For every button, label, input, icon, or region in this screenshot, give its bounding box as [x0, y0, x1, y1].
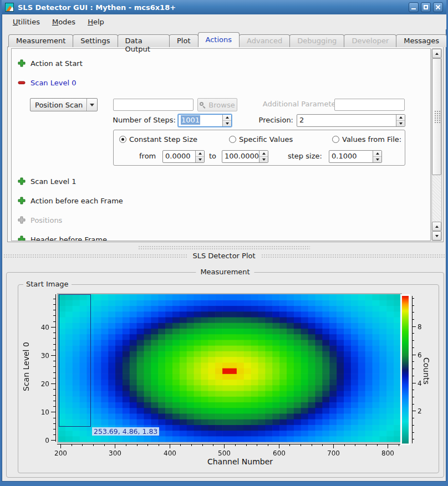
- constant-step-label: Constant Step Size: [129, 135, 197, 144]
- actions-tab-panel: Action at Start Scan Level 0 Position Sc…: [7, 47, 444, 242]
- scan-level-1-row[interactable]: Scan Level 1: [18, 177, 76, 186]
- scroll-down-button[interactable]: [432, 231, 441, 241]
- number-of-steps-label: Number of Steps:: [95, 116, 176, 124]
- spin-down-icon[interactable]: [396, 121, 405, 126]
- spin-down-icon[interactable]: [223, 121, 231, 126]
- values-from-file-radio[interactable]: [332, 136, 339, 143]
- to-spinbox[interactable]: 100.0000: [222, 150, 268, 163]
- action-at-start-row[interactable]: Action at Start: [18, 59, 83, 68]
- chevron-down-icon: [90, 104, 94, 106]
- tab-debugging: Debugging: [289, 34, 344, 47]
- spin-up-icon[interactable]: [223, 115, 231, 121]
- from-label: from: [139, 152, 156, 160]
- scroll-up-button[interactable]: [432, 49, 441, 58]
- scan-mode-value: Position Scan: [35, 101, 83, 109]
- plot-dock-title: SLS Detector Plot: [192, 252, 255, 260]
- browse-button[interactable]: Browse: [197, 98, 237, 111]
- spin-up-icon[interactable]: [373, 151, 381, 157]
- action-before-frame-row[interactable]: Action before each Frame: [18, 196, 123, 205]
- scan-script-input[interactable]: [113, 99, 194, 111]
- tab-messages[interactable]: Messages: [396, 34, 447, 47]
- tab-advanced: Advanced: [239, 34, 290, 47]
- collapse-minus-icon[interactable]: [18, 79, 26, 86]
- menu-utilities[interactable]: Utilities: [8, 16, 45, 28]
- specific-values-radio[interactable]: [229, 136, 236, 143]
- action-row-label: Action before each Frame: [30, 197, 123, 205]
- tabbar: MeasurementSettingsData OutputPlotAction…: [8, 32, 446, 47]
- number-of-steps-spinbox[interactable]: 1001: [178, 114, 232, 127]
- menu-modes[interactable]: Modes: [47, 16, 80, 28]
- expand-plus-icon[interactable]: [18, 177, 26, 185]
- action-row-label: Positions: [30, 216, 62, 224]
- positions-row[interactable]: Positions: [18, 216, 62, 224]
- colorbar-title: Counts: [421, 340, 431, 401]
- expand-plus-icon[interactable]: [18, 197, 26, 204]
- expand-plus-icon[interactable]: [18, 59, 26, 67]
- y-axis-title: Scan Level 0: [22, 295, 32, 439]
- start-image-group-title: Start Image: [23, 280, 72, 288]
- scrollbar-handle[interactable]: [432, 58, 441, 175]
- app-icon: [5, 3, 14, 12]
- x-axis-title: Channel Number: [146, 457, 334, 466]
- expand-plus-icon-disabled: [18, 216, 26, 224]
- values-from-file-label: Values from File:: [342, 135, 401, 144]
- vertical-scrollbar[interactable]: [431, 48, 442, 241]
- spin-up-icon[interactable]: [196, 151, 204, 157]
- header-before-frame-row[interactable]: Header before Frame: [18, 235, 107, 241]
- precision-spinbox[interactable]: 2: [297, 114, 405, 127]
- specific-values-label: Specific Values: [239, 135, 293, 144]
- tab-actions[interactable]: Actions: [198, 32, 240, 47]
- precision-label: Precision:: [252, 116, 293, 124]
- maximize-button[interactable]: [421, 2, 431, 12]
- tab-settings[interactable]: Settings: [73, 34, 118, 47]
- measurement-group-title: Measurement: [196, 268, 254, 276]
- expand-plus-icon[interactable]: [18, 236, 26, 241]
- window-title: SLS Detector GUI : Mythen - mcs6x18+: [18, 3, 405, 12]
- start-image-group: Start Image Scan Level 0 Channel Number …: [18, 284, 439, 473]
- tab-developer: Developer: [344, 34, 396, 47]
- spin-down-icon[interactable]: [259, 157, 268, 162]
- actions-scroll-area: Action at Start Scan Level 0 Position Sc…: [11, 48, 431, 241]
- scan-level-0-row[interactable]: Scan Level 0: [18, 78, 76, 87]
- measurement-group: Measurement Start Image Scan Level 0 Cha…: [6, 272, 444, 478]
- app-window: SLS Detector GUI : Mythen - mcs6x18+ Uti…: [0, 0, 448, 486]
- action-row-label: Scan Level 1: [30, 177, 76, 186]
- action-row-label: Action at Start: [30, 59, 83, 68]
- grip-dots-icon: [434, 110, 440, 124]
- zoom-selection-rect: [59, 294, 91, 427]
- titlebar[interactable]: SLS Detector GUI : Mythen - mcs6x18+: [2, 0, 446, 14]
- menubar: UtilitiesModesHelp: [3, 14, 448, 29]
- scan-mode-select[interactable]: Position Scan: [30, 98, 98, 111]
- tab-measurement[interactable]: Measurement: [8, 34, 73, 47]
- cursor-readout: 253.69, 4.86, 1.83: [92, 427, 159, 436]
- close-button[interactable]: [433, 2, 443, 12]
- magnifier-icon: [200, 102, 206, 108]
- tab-data-output[interactable]: Data Output: [118, 34, 170, 47]
- spin-down-icon[interactable]: [373, 157, 381, 162]
- plot-dock-titlebar[interactable]: SLS Detector Plot: [3, 251, 445, 260]
- step-size-label: step size:: [288, 152, 322, 160]
- to-label: to: [209, 152, 216, 160]
- additional-parameter-input[interactable]: [334, 99, 405, 111]
- spin-up-icon[interactable]: [259, 151, 268, 157]
- from-spinbox[interactable]: 0.0000: [162, 150, 205, 163]
- step-size-spinbox[interactable]: 0.1000: [329, 150, 382, 163]
- action-row-label: Header before Frame: [30, 236, 107, 242]
- scroll-up-button-2[interactable]: [432, 222, 441, 231]
- minimize-button[interactable]: [409, 2, 419, 12]
- constant-step-radio[interactable]: [119, 136, 126, 143]
- action-row-label: Scan Level 0: [30, 79, 76, 87]
- splitter-handle[interactable]: [2, 244, 446, 250]
- menu-help[interactable]: Help: [83, 16, 109, 28]
- additional-parameter-label: Additional Parameter:: [261, 100, 341, 108]
- step-options-group: Constant Step Size Specific Values Value…: [113, 130, 405, 166]
- tab-plot[interactable]: Plot: [169, 34, 198, 47]
- spin-down-icon[interactable]: [196, 157, 204, 162]
- spin-up-icon[interactable]: [396, 115, 405, 121]
- minimize-icon: [411, 8, 416, 9]
- maximize-icon: [424, 5, 428, 9]
